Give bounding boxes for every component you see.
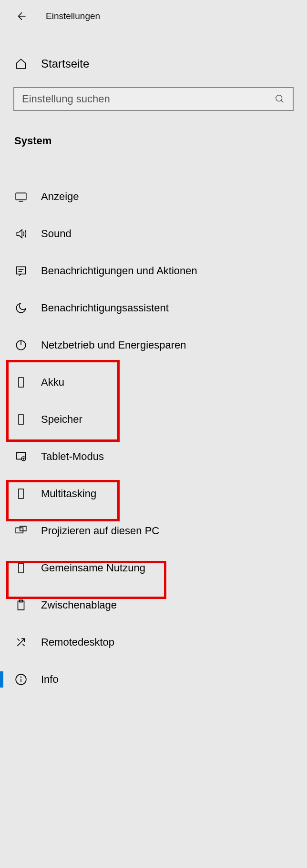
nav-item-akku[interactable]: Akku (13, 364, 294, 401)
home-label: Startseite (41, 57, 89, 70)
nav-label: Akku (41, 376, 64, 389)
remote-icon (14, 636, 28, 649)
nav-label: Benachrichtigungsassistent (41, 302, 169, 314)
nav-item-speicher[interactable]: Speicher (13, 401, 294, 438)
info-icon (14, 673, 28, 686)
section-header: System (13, 135, 294, 147)
nav-label: Projizieren auf diesen PC (41, 525, 159, 537)
nav-label: Remotedesktop (41, 636, 114, 649)
svg-rect-9 (19, 378, 23, 387)
share-icon (14, 561, 28, 575)
nav-item-sound[interactable]: Sound (13, 215, 294, 252)
nav-item-tablet[interactable]: Tablet-Modus (13, 438, 294, 475)
nav-item-anzeige[interactable]: Anzeige (13, 178, 294, 215)
svg-line-20 (17, 639, 19, 640)
nav-item-multitasking[interactable]: Multitasking (13, 475, 294, 512)
nav-item-remotedesktop[interactable]: Remotedesktop (13, 624, 294, 661)
nav-label: Benachrichtigungen und Aktionen (41, 265, 197, 277)
nav-label: Zwischenablage (41, 599, 117, 611)
search-icon (275, 94, 285, 104)
svg-point-0 (276, 95, 282, 101)
selected-indicator (0, 671, 3, 688)
back-arrow-icon (16, 10, 28, 22)
sound-icon (14, 227, 28, 240)
svg-rect-4 (16, 267, 26, 274)
page-title: Einstellungen (46, 11, 100, 21)
nav-item-projizieren[interactable]: Projizieren auf diesen PC (13, 512, 294, 549)
nav-item-zwischenablage[interactable]: Zwischenablage (13, 587, 294, 624)
nav-label: Gemeinsame Nutzung (41, 562, 145, 574)
display-icon (14, 190, 28, 203)
nav-label: Sound (41, 228, 72, 240)
search-input[interactable] (22, 93, 275, 105)
home-link[interactable]: Startseite (13, 57, 294, 70)
battery-icon (14, 376, 28, 389)
svg-rect-2 (16, 193, 26, 200)
power-icon (14, 339, 28, 352)
back-button[interactable] (14, 9, 30, 24)
nav-item-benachrichtigungsassistent[interactable]: Benachrichtigungsassistent (13, 289, 294, 327)
svg-line-1 (281, 100, 284, 103)
nav-item-info[interactable]: Info (13, 661, 294, 698)
nav-label: Tablet-Modus (41, 450, 104, 463)
svg-rect-14 (16, 528, 23, 533)
home-icon (14, 57, 28, 70)
nav-label: Netzbetrieb und Energiesparen (41, 339, 186, 351)
search-box[interactable] (13, 87, 294, 111)
nav-item-netzbetrieb[interactable]: Netzbetrieb und Energiesparen (13, 327, 294, 364)
multitasking-icon (14, 487, 28, 500)
nav-label: Anzeige (41, 190, 79, 203)
moon-icon (14, 301, 28, 315)
svg-line-21 (22, 644, 24, 646)
svg-rect-10 (19, 415, 23, 424)
svg-rect-16 (19, 563, 23, 573)
svg-point-24 (20, 677, 21, 678)
notification-icon (14, 264, 28, 278)
nav-item-gemeinsame-nutzung[interactable]: Gemeinsame Nutzung (13, 549, 294, 587)
tablet-icon (14, 450, 28, 463)
project-icon (14, 524, 28, 538)
nav-label: Multitasking (41, 488, 96, 500)
nav-label: Info (41, 673, 59, 686)
clipboard-icon (14, 599, 28, 612)
nav-label: Speicher (41, 413, 82, 426)
storage-icon (14, 413, 28, 426)
svg-rect-13 (19, 489, 23, 499)
nav-item-benachrichtigungen[interactable]: Benachrichtigungen und Aktionen (13, 252, 294, 289)
